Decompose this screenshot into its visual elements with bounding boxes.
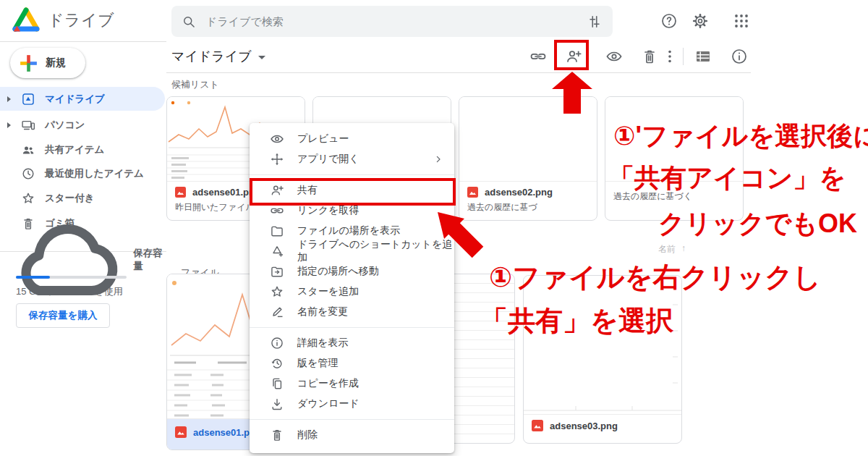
get-link-icon[interactable] xyxy=(529,48,547,65)
new-button[interactable]: 新規 xyxy=(10,48,85,78)
sidebar-item-my-drive[interactable]: マイドライブ xyxy=(0,87,165,111)
image-file-icon xyxy=(175,187,186,198)
file-thumbnail xyxy=(313,97,451,124)
delete-trash-icon[interactable] xyxy=(641,48,658,65)
app-title: ドライブ xyxy=(48,9,114,31)
star-icon xyxy=(270,284,284,299)
menu-item-label: 削除 xyxy=(297,428,318,442)
annotation-box-share-menu-item xyxy=(250,178,456,206)
file-name-row: adsense03.png xyxy=(532,420,673,431)
recent-clock-icon xyxy=(21,166,35,181)
computers-icon xyxy=(21,118,35,132)
open-with-icon xyxy=(270,152,284,166)
context-menu: プレビュー アプリで開く 共有 リンクを取得 ファイ xyxy=(250,123,454,453)
shared-people-icon xyxy=(21,143,35,157)
sidebar-item-shared[interactable]: 共有アイテム xyxy=(0,138,165,161)
annotation-arrow-up-icon xyxy=(552,72,592,114)
version-history-icon xyxy=(270,356,284,371)
storage-usage-text: 15 GB 中 4.63 GB を使用 xyxy=(16,285,123,298)
suggested-card-adsense02[interactable]: adsense02.png 過去の履歴に基づ xyxy=(459,96,597,221)
buy-storage-button[interactable]: 保存容量を購入 xyxy=(16,303,110,328)
image-file-icon xyxy=(532,420,543,431)
sidebar-item-recent[interactable]: 最近使用したアイテム xyxy=(0,161,165,185)
menu-item-download[interactable]: ダウンロード xyxy=(250,394,454,414)
menu-item-label: リンクを取得 xyxy=(297,204,359,217)
storage-row[interactable]: 保存容量 xyxy=(0,249,165,271)
sidebar-item-label: 共有アイテム xyxy=(45,143,104,156)
image-file-icon xyxy=(467,187,478,198)
menu-divider xyxy=(250,174,454,175)
drive-logo-icon xyxy=(12,7,41,33)
search-options-tune-icon[interactable] xyxy=(587,14,603,30)
search-input[interactable] xyxy=(206,15,576,28)
menu-item-view-details[interactable]: 詳細を表示 xyxy=(250,333,454,353)
preview-eye-icon xyxy=(270,132,284,146)
sidebar-item-computers[interactable]: パソコン xyxy=(0,113,165,137)
info-icon xyxy=(270,336,284,350)
suggested-section-header: 候補リスト xyxy=(171,78,219,91)
sidebar-item-label: 最近使用したアイテム xyxy=(45,167,144,180)
annotation-note2-line1: ①ファイルを右クリックし xyxy=(489,259,821,296)
menu-item-make-copy[interactable]: コピーを作成 xyxy=(250,373,454,394)
menu-item-delete[interactable]: 削除 xyxy=(250,425,454,445)
help-icon[interactable] xyxy=(660,12,678,30)
expand-caret-icon[interactable] xyxy=(7,122,11,128)
menu-divider xyxy=(250,327,454,328)
menu-item-move-to[interactable]: 指定の場所へ移動 xyxy=(250,261,454,282)
trash-icon xyxy=(270,428,284,442)
sort-header[interactable]: 名前 ↑ xyxy=(658,243,686,256)
multicolor-plus-icon xyxy=(19,54,38,73)
menu-item-label: ダウンロード xyxy=(297,397,359,410)
menu-item-manage-versions[interactable]: 版を管理 xyxy=(250,353,454,373)
file-card-adsense03[interactable]: adsense03.png xyxy=(523,275,682,444)
sidebar-item-label: パソコン xyxy=(45,119,85,132)
settings-gear-icon[interactable] xyxy=(692,12,709,30)
menu-item-add-shortcut-to-drive[interactable]: ドライブへのショートカットを追加 xyxy=(250,241,454,261)
annotation-note2-line2: 「共有」を選択 xyxy=(480,303,673,339)
suggested-card-4[interactable]: 過去の履歴に基づく xyxy=(605,96,744,221)
sidebar-top-divider xyxy=(0,41,166,42)
storage-progress-track xyxy=(16,276,127,279)
menu-item-label: 指定の場所へ移動 xyxy=(297,265,379,278)
submenu-chevron-icon xyxy=(433,153,444,165)
search-icon xyxy=(182,14,196,29)
location-title-label: マイドライブ xyxy=(171,48,252,65)
search-bar[interactable] xyxy=(171,6,613,37)
expand-caret-icon[interactable] xyxy=(7,96,11,102)
rename-pencil-icon xyxy=(270,305,284,319)
annotation-box-share-toolbar-icon xyxy=(554,40,589,70)
storage-label: 保存容量 xyxy=(133,247,165,273)
sort-label: 名前 xyxy=(658,243,676,256)
annotation-arrow-up-left-icon xyxy=(437,211,488,262)
menu-item-label: ドライブへのショートカットを追加 xyxy=(297,238,454,264)
list-view-icon[interactable] xyxy=(694,48,712,65)
more-actions-icon[interactable] xyxy=(661,48,678,65)
menu-item-label: コピーを作成 xyxy=(297,377,359,390)
topbar: ドライブ xyxy=(0,0,868,41)
annotation-note1-line3: クリックでもOK xyxy=(658,206,857,242)
menu-item-open-with[interactable]: アプリで開く xyxy=(250,149,454,169)
preview-eye-icon[interactable] xyxy=(605,48,623,65)
file-name: adsense02.png xyxy=(485,187,553,198)
sidebar-item-label: マイドライブ xyxy=(45,93,105,106)
menu-item-rename[interactable]: 名前を変更 xyxy=(250,302,454,322)
menu-divider xyxy=(250,419,454,420)
menu-item-add-star[interactable]: スターを追加 xyxy=(250,282,454,302)
file-name-row: adsense02.png xyxy=(467,187,589,198)
drive-logo-area[interactable]: ドライブ xyxy=(12,7,114,33)
header-divider xyxy=(166,72,751,73)
move-to-folder-icon xyxy=(270,264,284,279)
drive-shortcut-icon xyxy=(270,244,284,258)
apps-grid-icon[interactable] xyxy=(733,12,750,30)
location-title[interactable]: マイドライブ xyxy=(171,48,265,65)
menu-item-preview[interactable]: プレビュー xyxy=(250,129,454,149)
folder-icon xyxy=(270,224,284,238)
info-icon[interactable] xyxy=(731,48,748,65)
menu-item-label: 名前を変更 xyxy=(297,305,348,318)
menu-item-label: スターを追加 xyxy=(297,285,359,298)
annotation-note1-line1: ①'ファイルを選択後に xyxy=(613,119,868,154)
copy-icon xyxy=(270,376,284,391)
menu-item-label: 版を管理 xyxy=(297,357,338,370)
image-file-icon xyxy=(175,426,187,438)
sort-ascending-arrow-icon: ↑ xyxy=(681,243,686,256)
